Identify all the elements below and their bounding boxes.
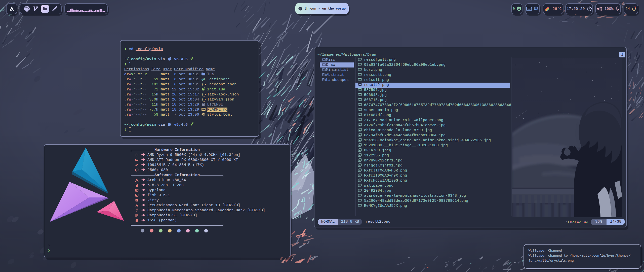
svg-text:git: git (202, 78, 205, 81)
